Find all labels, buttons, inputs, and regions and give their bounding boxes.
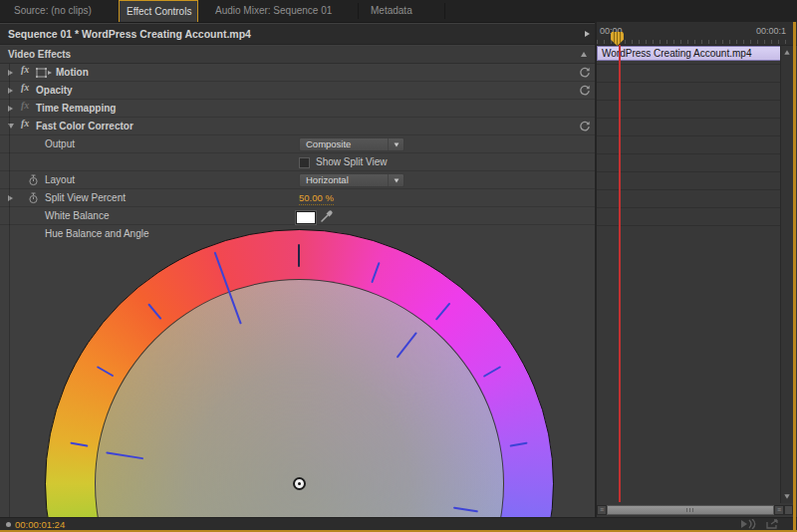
timeline-row-divider — [597, 100, 780, 101]
reset-effect-icon[interactable] — [579, 121, 591, 133]
param-row-white-balance: White Balance — [0, 207, 595, 225]
scroll-up-icon[interactable] — [784, 50, 789, 55]
timeline-vertical-scrollbar[interactable] — [780, 46, 793, 503]
chevron-down-icon — [388, 138, 403, 150]
panel-menu-arrow-icon[interactable] — [585, 31, 590, 37]
effect-row-time-remapping: fx Time Remapping — [0, 100, 595, 118]
white-balance-label: White Balance — [45, 207, 109, 225]
wheel-tick — [298, 244, 300, 267]
output-dropdown[interactable]: Composite — [299, 137, 404, 151]
scroll-down-icon[interactable] — [784, 494, 789, 499]
output-label: Output — [45, 135, 75, 153]
effect-name-time-remapping: Time Remapping — [36, 100, 116, 118]
wheel-tick — [147, 303, 161, 320]
playhead-line — [619, 45, 621, 502]
ruler-tick-marks — [597, 40, 791, 44]
stopwatch-icon[interactable] — [28, 192, 39, 204]
ruler-end-label: 00:00:1 — [756, 26, 786, 36]
reset-effect-icon[interactable] — [579, 85, 591, 97]
effect-controls-panel: Source: (no clips) Effect Controls× Audi… — [0, 0, 797, 532]
effect-row-opacity: fx Opacity — [0, 82, 595, 100]
hscroll-left-button[interactable]: ≡ — [597, 505, 607, 515]
show-split-view-label: Show Split View — [316, 153, 388, 171]
scrollbar-corner — [784, 505, 793, 515]
chevron-down-icon — [388, 174, 403, 186]
hue-balance-wheel-area — [0, 229, 595, 517]
layout-label: Layout — [45, 171, 75, 189]
transform-icon — [36, 68, 52, 78]
timeline-clip-bar[interactable]: WordPress Creating Account.mp4 — [597, 46, 783, 61]
wheel-tick — [397, 332, 417, 358]
timeline-horizontal-scrollbar[interactable]: ≡ ≡ — [597, 505, 793, 515]
tab-audio-mixer[interactable]: Audio Mixer: Sequence 01 — [198, 0, 359, 22]
play-audio-icon[interactable] — [740, 519, 758, 529]
timeline-row-divider — [597, 135, 780, 136]
clip-header-title: Sequence 01 * WordPress Creating Account… — [8, 24, 251, 44]
tab-metadata[interactable]: Metadata — [359, 0, 445, 22]
wheel-tick — [453, 507, 478, 513]
video-effects-header: Video Effects — [0, 46, 595, 64]
timeline-ruler[interactable]: 00:00 00:00:1 — [597, 22, 797, 46]
status-bar: 00:00:01:24 — [0, 517, 797, 530]
timeline-row-divider — [597, 171, 780, 172]
timeline-row-divider — [597, 153, 780, 154]
tab-effect-controls[interactable]: Effect Controls× — [119, 0, 198, 22]
tab-source[interactable]: Source: (no clips) — [0, 0, 119, 22]
export-frame-icon[interactable] — [766, 519, 779, 529]
effect-name-fcc: Fast Color Corrector — [36, 118, 133, 135]
tab-effect-controls-label: Effect Controls — [127, 6, 191, 17]
param-row-split-view-percent: Split View Percent 50.00 % — [0, 189, 595, 207]
white-balance-swatch[interactable] — [296, 211, 316, 224]
hue-wheel-ticks — [0, 229, 595, 517]
tab-divider — [444, 3, 445, 19]
param-row-layout: Layout Horizontal — [0, 171, 595, 189]
timeline-row-divider — [597, 118, 780, 119]
panel-focus-border-right — [793, 22, 796, 532]
fx-badge-icon: fx — [21, 118, 29, 129]
effect-row-motion: fx Motion — [0, 64, 595, 82]
effects-timeline-panel — [595, 22, 797, 517]
tab-audio-mixer-label: Audio Mixer: Sequence 01 — [215, 5, 332, 16]
stopwatch-icon[interactable] — [28, 174, 39, 186]
split-view-percent-value[interactable]: 50.00 % — [299, 192, 334, 205]
record-dot-icon — [6, 522, 11, 527]
wheel-tick — [483, 366, 501, 378]
video-effects-title: Video Effects — [8, 46, 71, 64]
clip-header-bar: Sequence 01 * WordPress Creating Account… — [0, 24, 595, 45]
split-view-percent-label: Split View Percent — [45, 189, 126, 207]
timeline-row-divider — [597, 64, 780, 65]
param-row-show-split-view: Show Split View — [0, 153, 595, 171]
timeline-row-divider — [597, 207, 780, 208]
tab-metadata-label: Metadata — [371, 5, 412, 16]
timeline-row-divider — [597, 82, 780, 83]
reset-effect-icon[interactable] — [579, 67, 591, 79]
panel-tab-bar: Source: (no clips) Effect Controls× Audi… — [0, 0, 797, 23]
wheel-tick — [214, 252, 242, 325]
balance-point-handle[interactable] — [293, 477, 306, 490]
layout-dropdown[interactable]: Horizontal — [299, 173, 404, 187]
param-row-output: Output Composite — [0, 135, 595, 153]
effect-row-fast-color-corrector: fx Fast Color Corrector — [0, 118, 595, 135]
hscroll-right-button[interactable]: ≡ — [774, 505, 784, 515]
fx-badge-icon: fx — [21, 100, 29, 111]
wheel-tick — [510, 442, 528, 447]
eyedropper-icon[interactable] — [320, 209, 334, 223]
hscroll-thumb[interactable] — [607, 505, 774, 515]
wheel-tick — [97, 366, 114, 377]
collapse-section-icon[interactable] — [581, 52, 587, 57]
fx-badge-icon: fx — [21, 82, 29, 93]
wheel-tick — [106, 451, 143, 459]
tab-source-label: Source: (no clips) — [14, 5, 92, 16]
show-split-view-checkbox[interactable] — [299, 157, 310, 168]
effect-name-motion: Motion — [56, 64, 89, 82]
timeline-clip-name: WordPress Creating Account.mp4 — [602, 48, 751, 59]
wheel-tick — [435, 303, 451, 321]
effect-name-opacity: Opacity — [36, 82, 73, 100]
wheel-tick — [371, 262, 380, 283]
timeline-row-divider — [597, 189, 780, 190]
wheel-tick — [70, 442, 88, 447]
fx-badge-icon: fx — [21, 64, 29, 75]
timeline-row-divider — [597, 225, 780, 226]
